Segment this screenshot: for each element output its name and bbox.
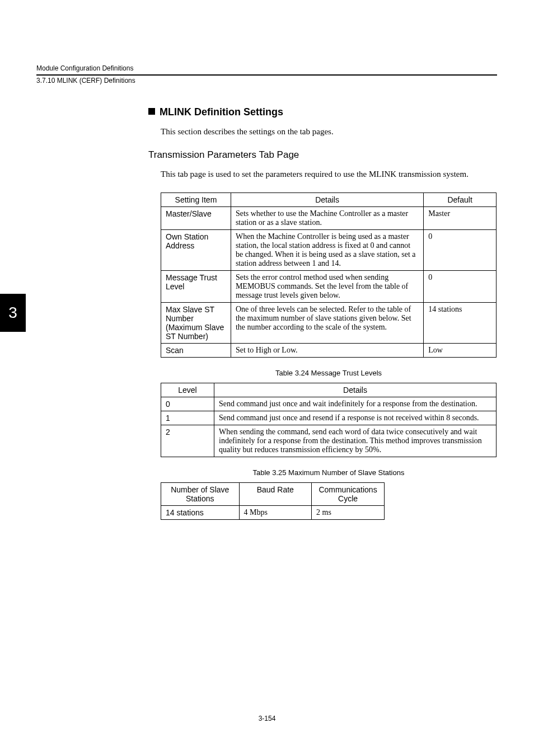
cell-default: 0 xyxy=(424,229,496,270)
cell-item: Max Slave ST Number (Maximum Slave ST Nu… xyxy=(161,302,231,343)
table-row: 2 When sending the command, send each wo… xyxy=(161,425,496,457)
trust-levels-table: Level Details 0 Send command just once a… xyxy=(161,383,496,457)
table-row: Scan Set to High or Low. Low xyxy=(161,343,496,357)
slave-stations-table: Number of Slave Stations Baud Rate Commu… xyxy=(161,482,385,520)
col-stations: Number of Slave Stations xyxy=(161,482,240,505)
cell-details: When sending the command, send each word… xyxy=(214,425,496,457)
cell-details: One of three levels can be selected. Ref… xyxy=(231,302,423,343)
cell-details: Send command just once and wait indefini… xyxy=(214,397,496,411)
subsection-intro-text: This tab page is used to set the paramet… xyxy=(161,168,497,180)
table-row: Master/Slave Sets whether to use the Mac… xyxy=(161,206,496,229)
table-row: Max Slave ST Number (Maximum Slave ST Nu… xyxy=(161,302,496,343)
table-row: 14 stations 4 Mbps 2 ms xyxy=(161,505,385,519)
col-default: Default xyxy=(424,192,496,206)
table-row: Own Station Address When the Machine Con… xyxy=(161,229,496,270)
cell-item: Master/Slave xyxy=(161,206,231,229)
table2-caption: Table 3.24 Message Trust Levels xyxy=(161,369,496,377)
page-number: 3-154 xyxy=(0,715,534,722)
chapter-tab: 3 xyxy=(0,294,26,332)
col-baud: Baud Rate xyxy=(239,482,312,505)
col-setting-item: Setting Item xyxy=(161,192,231,206)
table-header-row: Level Details xyxy=(161,383,496,397)
cell-level: 1 xyxy=(161,411,214,425)
section-heading: MLINK Definition Settings xyxy=(148,106,497,118)
runhead-chapter: Module Configuration Definitions xyxy=(36,64,497,76)
cell-details: When the Machine Controller is being use… xyxy=(231,229,423,270)
bullet-square-icon xyxy=(148,108,155,115)
cell-item: Message Trust Level xyxy=(161,270,231,302)
runhead-section: 3.7.10 MLINK (CERF) Definitions xyxy=(36,77,497,84)
running-head: Module Configuration Definitions 3.7.10 … xyxy=(36,64,497,84)
cell-item: Scan xyxy=(161,343,231,357)
settings-table: Setting Item Details Default Master/Slav… xyxy=(161,192,496,358)
cell-level: 0 xyxy=(161,397,214,411)
cell-default: 14 stations xyxy=(424,302,496,343)
cell-item: Own Station Address xyxy=(161,229,231,270)
cell-details: Sets whether to use the Machine Controll… xyxy=(231,206,423,229)
cell-details: Set to High or Low. xyxy=(231,343,423,357)
cell-details: Sets the error control method used when … xyxy=(231,270,423,302)
col-level: Level xyxy=(161,383,214,397)
table-row: 0 Send command just once and wait indefi… xyxy=(161,397,496,411)
table-header-row: Setting Item Details Default xyxy=(161,192,496,206)
cell-baud: 4 Mbps xyxy=(239,505,312,519)
table-row: Message Trust Level Sets the error contr… xyxy=(161,270,496,302)
cell-default: Master xyxy=(424,206,496,229)
page: Module Configuration Definitions 3.7.10 … xyxy=(0,0,534,756)
col-cycle: Communications Cycle xyxy=(312,482,385,505)
cell-default: 0 xyxy=(424,270,496,302)
table3-caption: Table 3.25 Maximum Number of Slave Stati… xyxy=(161,468,496,477)
cell-stations: 14 stations xyxy=(161,505,240,519)
table-row: 1 Send command just once and resend if a… xyxy=(161,411,496,425)
content-column: MLINK Definition Settings This section d… xyxy=(148,106,497,531)
cell-cycle: 2 ms xyxy=(312,505,385,519)
cell-default: Low xyxy=(424,343,496,357)
col-details: Details xyxy=(214,383,496,397)
col-details: Details xyxy=(231,192,423,206)
section-intro-text: This section describes the settings on t… xyxy=(161,126,497,137)
subsection-heading: Transmission Parameters Tab Page xyxy=(148,149,497,161)
cell-details: Send command just once and resend if a r… xyxy=(214,411,496,425)
section-heading-text: MLINK Definition Settings xyxy=(160,106,283,118)
table-header-row: Number of Slave Stations Baud Rate Commu… xyxy=(161,482,385,505)
cell-level: 2 xyxy=(161,425,214,457)
